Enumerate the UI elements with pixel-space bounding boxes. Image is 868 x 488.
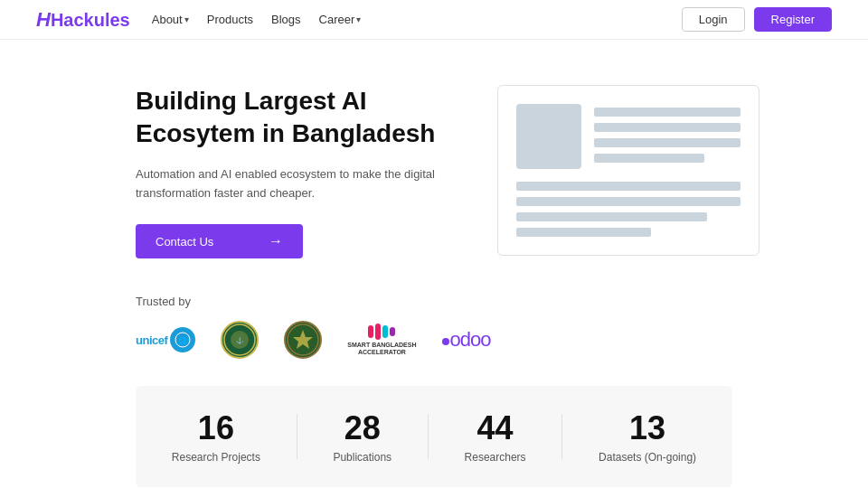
- stat-number-datasets: 13: [599, 409, 696, 447]
- hero-text-line-1: [516, 182, 741, 191]
- stat-number-researchers: 44: [465, 409, 526, 447]
- smart-bar-4: [390, 327, 395, 336]
- hero-line-4: [594, 154, 704, 163]
- stat-label-research: Research Projects: [172, 451, 260, 464]
- contact-us-button[interactable]: Contact Us →: [136, 224, 303, 258]
- hero-section: Building Largest AI Ecosytem in Banglade…: [0, 40, 868, 286]
- stat-label-publications: Publications: [333, 451, 392, 464]
- unicef-circle-icon: 🌐: [170, 327, 195, 352]
- hero-text-line-4: [516, 228, 651, 237]
- navbar: HHackules About ▾ Products Blogs Career …: [0, 0, 868, 40]
- login-button[interactable]: Login: [682, 7, 745, 32]
- unicef-text: unicef: [136, 333, 167, 347]
- stat-publications: 28 Publications: [333, 409, 392, 464]
- stat-label-researchers: Researchers: [465, 451, 526, 464]
- hero-img-lines: [594, 104, 741, 163]
- logo-army: [284, 321, 322, 359]
- stat-researchers: 44 Researchers: [465, 409, 526, 464]
- hero-img-row: [516, 104, 741, 169]
- logo-police: ⚓: [221, 321, 259, 359]
- smart-label: SMART BANGLADESHACCELERATOR: [347, 342, 416, 357]
- nav-products[interactable]: Products: [207, 13, 253, 26]
- hero-title: Building Largest AI Ecosytem in Banglade…: [136, 85, 443, 151]
- hero-description: Automation and AI enabled ecosystem to m…: [136, 165, 443, 203]
- stat-number-research: 16: [172, 409, 260, 447]
- hero-line-2: [594, 123, 741, 132]
- hero-line-1: [594, 108, 741, 117]
- stat-number-publications: 28: [333, 409, 392, 447]
- contact-arrow-icon: →: [269, 233, 283, 249]
- logo[interactable]: HHackules: [36, 8, 130, 32]
- hero-line-3: [594, 138, 741, 147]
- stat-divider-1: [297, 414, 297, 459]
- nav-about[interactable]: About ▾: [152, 13, 189, 26]
- trusted-logos: unicef 🌐 ⚓: [136, 321, 732, 359]
- smart-bar-1: [368, 325, 373, 338]
- nav-right: Login Register: [682, 7, 832, 32]
- stat-datasets: 13 Datasets (On-going): [599, 409, 696, 464]
- trusted-label: Trusted by: [136, 295, 732, 308]
- hero-text-line-2: [516, 197, 741, 206]
- smart-bangladesh-logo: SMART BANGLADESHACCELERATOR: [347, 324, 416, 357]
- stat-divider-2: [428, 414, 429, 459]
- hero-thumbnail: [516, 104, 581, 169]
- nav-blogs[interactable]: Blogs: [271, 13, 301, 26]
- stat-label-datasets: Datasets (On-going): [599, 451, 696, 464]
- nav-links: About ▾ Products Blogs Career ▾: [152, 13, 362, 26]
- about-dropdown-arrow: ▾: [184, 14, 189, 24]
- hero-text-lines: [516, 182, 741, 237]
- hero-left: Building Largest AI Ecosytem in Banglade…: [136, 85, 443, 258]
- smart-graphic: [368, 324, 395, 340]
- svg-text:⚓: ⚓: [236, 336, 244, 344]
- hero-text-line-3: [516, 212, 707, 221]
- stat-research-projects: 16 Research Projects: [172, 409, 260, 464]
- register-button[interactable]: Register: [754, 7, 832, 32]
- career-dropdown-arrow: ▾: [356, 14, 361, 24]
- smart-bar-2: [375, 324, 381, 340]
- stats-section: 16 Research Projects 28 Publications 44 …: [136, 386, 732, 487]
- nav-left: HHackules About ▾ Products Blogs Career …: [36, 8, 361, 32]
- odoo-logo: odoo: [442, 328, 491, 352]
- smart-bar-3: [382, 325, 388, 338]
- hero-image-placeholder: [497, 85, 760, 256]
- stat-divider-3: [561, 414, 562, 459]
- trusted-section: Trusted by unicef 🌐 ⚓: [0, 286, 868, 377]
- odoo-dot: [442, 338, 449, 345]
- unicef-logo: unicef 🌐: [136, 327, 195, 352]
- nav-career[interactable]: Career ▾: [319, 13, 362, 26]
- svg-text:🌐: 🌐: [178, 336, 187, 345]
